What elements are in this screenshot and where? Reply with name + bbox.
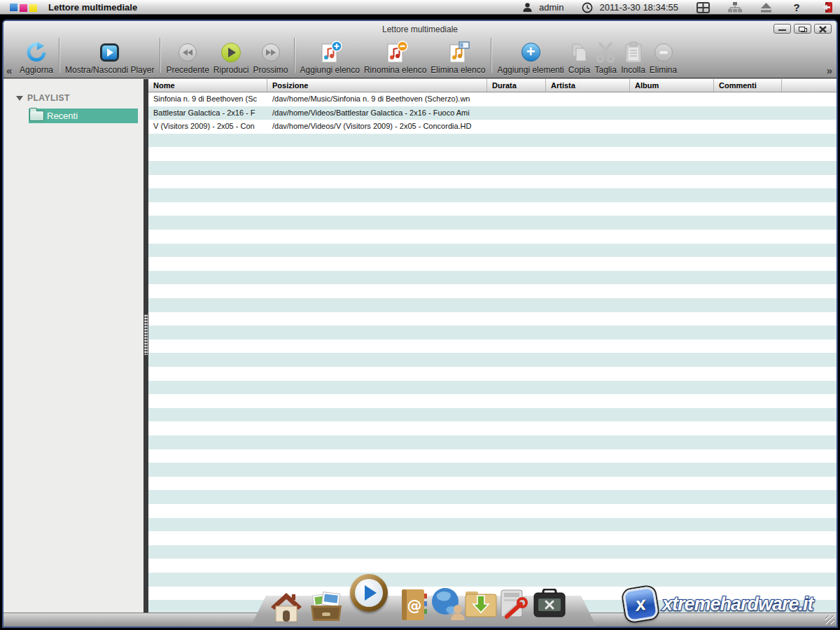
- cell-commenti: [714, 92, 782, 106]
- play-icon: [221, 39, 241, 65]
- window-chrome: Lettore multimediale « Aggiorna: [4, 21, 836, 78]
- media-player-window: Lettore multimediale « Aggiorna: [2, 20, 838, 628]
- play-button[interactable]: Riproduci: [211, 36, 251, 75]
- dock: @: [246, 570, 601, 628]
- watermark-text: xtremehardware.it: [662, 594, 813, 615]
- photos-icon[interactable]: [307, 590, 346, 626]
- media-table: Nome Posizione Durata Artista Album Comm…: [148, 79, 836, 612]
- cut-button[interactable]: Taglia: [592, 36, 619, 75]
- copy-button[interactable]: Copia: [566, 36, 592, 75]
- previous-button[interactable]: Precedente: [164, 36, 211, 75]
- brand-logo: [10, 3, 37, 12]
- toolbar-scroll-left[interactable]: «: [6, 64, 12, 76]
- web-users-icon[interactable]: [430, 586, 466, 624]
- toolbar-separator: [491, 38, 491, 73]
- sidebar-item-label: Recenti: [47, 111, 78, 121]
- rename-playlist-button[interactable]: Rinomina elenco: [362, 36, 428, 75]
- table-header: Nome Posizione Durata Artista Album Comm…: [148, 79, 836, 92]
- copy-icon: [568, 39, 589, 65]
- eject-icon[interactable]: [760, 3, 772, 13]
- delete-icon: [654, 39, 673, 65]
- table-row[interactable]: Battlestar Galactica - 2x16 - F /dav/hom…: [148, 106, 836, 120]
- contacts-icon[interactable]: @: [399, 588, 428, 624]
- restore-button[interactable]: [794, 24, 811, 34]
- cut-icon: [594, 39, 617, 65]
- cell-posizione: /dav/home/Music/Sinfonia n. 9 di Beethov…: [267, 92, 487, 106]
- toolbar-scroll-right[interactable]: »: [827, 64, 832, 76]
- collapse-caret-icon: [16, 96, 23, 101]
- column-header-nome[interactable]: Nome: [148, 79, 267, 92]
- toolbox-icon[interactable]: [532, 589, 567, 622]
- toggle-player-button[interactable]: Mostra/Nascondi Player: [63, 36, 156, 75]
- logo-square-yellow: [29, 4, 37, 12]
- cell-nome: Sinfonia n. 9 di Beethoven (Sc: [148, 92, 267, 106]
- table-row[interactable]: V (Visitors 2009) - 2x05 - Con /dav/home…: [148, 120, 836, 134]
- paste-icon: [623, 39, 644, 65]
- minimize-icon: [778, 29, 786, 31]
- home-icon[interactable]: [269, 592, 304, 626]
- logo-square-pink: [20, 4, 27, 12]
- cell-artista: [546, 120, 630, 134]
- table-row[interactable]: Sinfonia n. 9 di Beethoven (Sc /dav/home…: [148, 92, 836, 106]
- minimize-button[interactable]: [774, 24, 791, 34]
- next-icon: [262, 39, 280, 65]
- column-header-durata[interactable]: Durata: [487, 79, 546, 92]
- table-body: Sinfonia n. 9 di Beethoven (Sc /dav/home…: [148, 92, 836, 612]
- cell-artista: [546, 106, 630, 120]
- cell-durata: [487, 120, 546, 134]
- network-icon[interactable]: [728, 2, 742, 13]
- svg-text:@: @: [407, 597, 422, 614]
- folder-icon: [29, 111, 44, 121]
- column-header-album[interactable]: Album: [630, 79, 714, 92]
- system-topbar: Lettore multimediale admin 2011-3-30 18:…: [0, 0, 840, 15]
- playlist-section-header[interactable]: PLAYLIST: [16, 93, 144, 103]
- watermark-x-badge: x: [622, 586, 659, 623]
- cell-durata: [487, 106, 546, 120]
- window-title: Lettore multimediale: [4, 24, 836, 34]
- next-button[interactable]: Prossimo: [251, 36, 290, 75]
- cell-posizione: /dav/home/Videos/V (Visitors 2009) - 2x0…: [267, 120, 487, 134]
- xtremehardware-watermark: x xtremehardware.it: [624, 588, 813, 620]
- sidebar-item-recenti[interactable]: Recenti: [29, 108, 138, 123]
- user-icon: [522, 2, 533, 13]
- help-icon[interactable]: ?: [790, 1, 803, 13]
- username: admin: [539, 2, 564, 13]
- add-items-button[interactable]: + Aggiungi elementi: [495, 36, 566, 75]
- toolbar: « Aggiorna Mostra/Nascondi Player: [4, 35, 836, 78]
- playlist-sidebar: PLAYLIST Recenti: [4, 79, 144, 612]
- cell-album: [630, 106, 714, 120]
- playlist-add-icon: [317, 39, 342, 65]
- datetime: 2011-3-30 18:34:55: [599, 2, 678, 13]
- media-player-icon[interactable]: [350, 574, 388, 612]
- sidebar-splitter[interactable]: [144, 79, 148, 612]
- add-playlist-button[interactable]: Aggiungi elenco: [298, 36, 362, 75]
- paste-button[interactable]: Incolla: [619, 36, 648, 75]
- playlist-rename-icon: [383, 39, 408, 65]
- refresh-button[interactable]: Aggiorna: [18, 36, 55, 75]
- delete-playlist-button[interactable]: Elimina elenco: [428, 36, 487, 75]
- splitter-grip: [144, 314, 148, 355]
- player-toggle-icon: [100, 39, 119, 65]
- storage-tools-icon[interactable]: [497, 587, 532, 622]
- previous-icon: [178, 39, 197, 65]
- cell-nome: V (Visitors 2009) - 2x05 - Con: [148, 120, 267, 134]
- column-header-commenti[interactable]: Commenti: [714, 79, 782, 92]
- resize-grip[interactable]: [825, 615, 834, 624]
- toolbar-separator: [160, 38, 160, 73]
- column-header-artista[interactable]: Artista: [546, 79, 630, 92]
- close-icon: [818, 26, 827, 33]
- column-header-posizione[interactable]: Posizione: [267, 79, 487, 92]
- logout-icon[interactable]: [821, 1, 833, 13]
- close-button[interactable]: [814, 24, 832, 34]
- system-title: Lettore multimediale: [48, 2, 137, 13]
- cell-commenti: [714, 120, 782, 134]
- toolbar-separator: [59, 38, 59, 73]
- cell-nome: Battlestar Galactica - 2x16 - F: [148, 106, 267, 120]
- delete-items-button[interactable]: Elimina: [648, 36, 679, 75]
- refresh-icon: [25, 39, 48, 65]
- cell-album: [630, 92, 714, 106]
- apps-grid-icon[interactable]: [696, 2, 710, 13]
- clock-icon: [582, 2, 593, 13]
- playlist-delete-icon: [445, 39, 470, 65]
- download-icon[interactable]: [463, 589, 498, 622]
